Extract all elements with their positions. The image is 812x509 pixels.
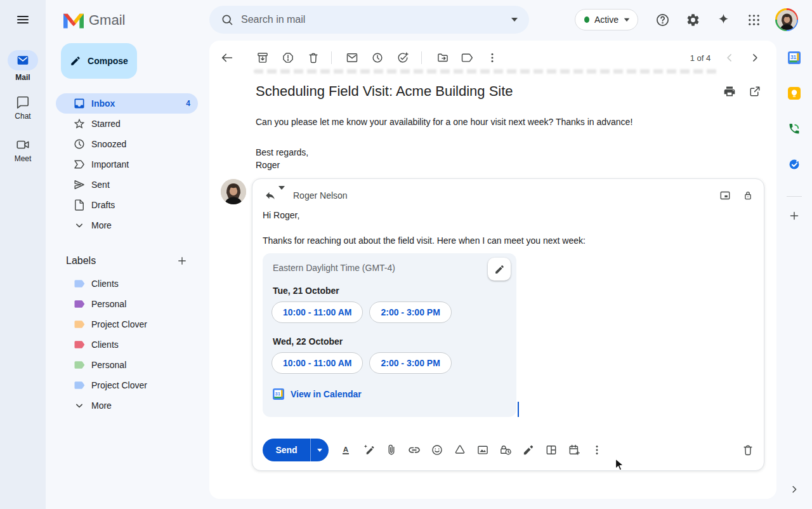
label-item-name: More [91, 400, 190, 411]
get-addons-button[interactable] [789, 210, 801, 222]
sidebar-item-drafts[interactable]: Drafts [56, 195, 198, 215]
label-item-clients-2[interactable]: Clients [56, 334, 198, 355]
profile-avatar[interactable] [775, 8, 798, 31]
newer-email-button[interactable] [723, 51, 736, 64]
sidebar-item-label: Snoozed [91, 139, 190, 149]
star-icon [73, 117, 86, 130]
compose-button[interactable]: Compose [61, 43, 137, 79]
insert-photo-button[interactable] [476, 444, 489, 456]
label-item-name: Project Clover [91, 380, 190, 390]
mark-unread-button[interactable] [346, 51, 358, 64]
attach-file-button[interactable] [385, 444, 398, 456]
tasks-panel-button[interactable] [788, 158, 801, 171]
sidebar-item-sent[interactable]: Sent [56, 175, 198, 195]
lock-icon[interactable] [742, 190, 754, 201]
time-slot-chip[interactable]: 2:00 - 3:00 PM [369, 301, 451, 323]
label-item-project-clover-2[interactable]: Project Clover [56, 375, 198, 395]
search-input[interactable] [241, 14, 511, 25]
signoff-line: Roger [256, 159, 308, 171]
label-tag-icon [73, 298, 86, 310]
older-email-button[interactable] [749, 51, 761, 64]
snooze-button[interactable] [371, 51, 384, 64]
reply-type-button[interactable] [265, 190, 276, 201]
reply-intro: Thanks for reaching out about the field … [263, 235, 586, 246]
reply-recipient[interactable]: Roger Nelson [293, 190, 348, 201]
sidebar-item-inbox[interactable]: Inbox 4 [56, 93, 198, 114]
calendar-panel-button[interactable]: 31 [788, 51, 801, 64]
add-to-tasks-button[interactable] [396, 51, 409, 64]
report-spam-button[interactable] [282, 51, 294, 64]
label-tag-icon [73, 277, 86, 290]
search-icon[interactable] [221, 13, 233, 26]
label-item-personal-1[interactable]: Personal [56, 294, 198, 314]
labels-item-more[interactable]: More [56, 395, 198, 416]
view-in-calendar-link[interactable]: 31 View in Calendar [273, 388, 362, 400]
more-options-button[interactable] [486, 51, 499, 64]
svg-text:31: 31 [790, 54, 797, 60]
google-calendar-icon: 31 [273, 388, 284, 400]
archive-button[interactable] [256, 51, 269, 64]
apps-grid-button[interactable] [746, 12, 761, 27]
label-item-clients-1[interactable]: Clients [56, 274, 198, 294]
delete-button[interactable] [307, 51, 320, 64]
formatting-options-button[interactable]: A [339, 444, 352, 456]
reply-compose-card: Roger Nelson Hi Roger, Thanks for reachi… [252, 178, 764, 471]
time-slot-chip[interactable]: 10:00 - 11:00 AM [272, 352, 363, 374]
redacted-sender-line [254, 69, 717, 74]
insert-signature-button[interactable] [523, 444, 535, 456]
rail-item-mail[interactable]: Mail [0, 50, 46, 82]
chevron-down-icon [73, 219, 86, 232]
pop-out-reply-button[interactable] [719, 190, 731, 202]
send-button[interactable]: Send [263, 439, 311, 461]
settings-button[interactable] [685, 12, 700, 27]
status-selector[interactable]: Active [575, 9, 638, 30]
send-options-button[interactable] [311, 439, 329, 461]
svg-text:A: A [343, 445, 349, 453]
back-button[interactable] [220, 51, 234, 65]
signoff-line: Best regards, [256, 146, 308, 159]
hide-side-panel-button[interactable] [789, 484, 800, 495]
confidential-mode-button[interactable] [499, 444, 513, 457]
keep-panel-button[interactable] [788, 87, 801, 100]
gemini-sparkle-button[interactable] [716, 12, 731, 27]
labels-button[interactable] [461, 51, 473, 64]
add-label-button[interactable] [176, 255, 188, 267]
insert-emoji-button[interactable] [431, 444, 443, 456]
edit-availability-button[interactable] [488, 258, 511, 281]
discard-draft-button[interactable] [742, 444, 754, 456]
insert-link-button[interactable] [408, 444, 421, 457]
move-to-button[interactable] [436, 51, 449, 64]
sidebar-item-more[interactable]: More [56, 215, 198, 235]
gmail-m-icon [63, 13, 84, 29]
rail-item-meet[interactable]: Meet [0, 138, 46, 163]
sidebar-item-snoozed[interactable]: Snoozed [56, 134, 198, 154]
sidebar-item-important[interactable]: Important [56, 154, 198, 175]
mail-pill[interactable] [8, 50, 38, 70]
search-options-caret-icon[interactable] [511, 18, 518, 25]
propose-meeting-time-button[interactable] [568, 444, 580, 456]
send-button-group[interactable]: Send [263, 439, 329, 461]
more-send-options-button[interactable] [591, 444, 603, 456]
sidebar-item-starred[interactable]: Starred [56, 114, 198, 134]
label-item-personal-2[interactable]: Personal [56, 355, 198, 375]
time-slot-chip[interactable]: 2:00 - 3:00 PM [369, 352, 451, 374]
help-me-write-button[interactable] [362, 444, 375, 456]
print-button[interactable] [723, 85, 736, 98]
time-slot-chip[interactable]: 10:00 - 11:00 AM [272, 301, 363, 323]
search-bar[interactable] [209, 6, 529, 34]
important-marker-icon [73, 158, 86, 171]
voice-panel-button[interactable] [788, 122, 801, 135]
status-caret-icon [624, 18, 630, 24]
compose-toolbar: Send A [252, 439, 765, 461]
layouts-button[interactable] [545, 444, 558, 456]
message-toolbar: 1 of 4 [209, 49, 776, 67]
open-in-new-button[interactable] [749, 86, 761, 98]
rail-item-chat[interactable]: Chat [0, 95, 46, 121]
help-button[interactable] [655, 12, 670, 27]
insert-from-drive-button[interactable] [454, 444, 466, 456]
hamburger-menu-button[interactable] [15, 12, 30, 27]
label-tag-icon [73, 318, 86, 331]
reply-type-caret-icon[interactable] [278, 190, 285, 201]
label-item-project-clover-1[interactable]: Project Clover [56, 314, 198, 334]
panel-divider [787, 196, 802, 197]
